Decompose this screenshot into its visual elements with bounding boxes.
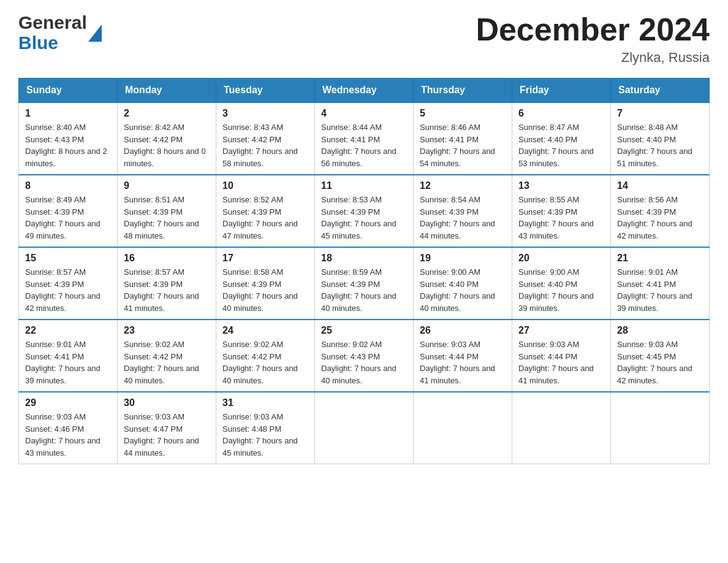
day-info: Sunrise: 8:48 AMSunset: 4:40 PMDaylight:…	[617, 121, 703, 169]
day-number: 28	[617, 325, 703, 336]
day-number: 9	[124, 180, 210, 191]
table-row: 17Sunrise: 8:58 AMSunset: 4:39 PMDayligh…	[216, 247, 315, 320]
day-number: 25	[321, 325, 407, 336]
location: Zlynka, Russia	[476, 50, 710, 66]
table-row: 3Sunrise: 8:43 AMSunset: 4:42 PMDaylight…	[216, 102, 315, 175]
table-row: 11Sunrise: 8:53 AMSunset: 4:39 PMDayligh…	[315, 175, 414, 247]
col-thursday: Thursday	[414, 79, 512, 103]
day-info: Sunrise: 8:44 AMSunset: 4:41 PMDaylight:…	[321, 121, 407, 169]
day-number: 5	[420, 108, 506, 119]
day-info: Sunrise: 9:03 AMSunset: 4:44 PMDaylight:…	[420, 339, 506, 386]
day-info: Sunrise: 8:57 AMSunset: 4:39 PMDaylight:…	[25, 266, 111, 314]
day-info: Sunrise: 9:01 AMSunset: 4:41 PMDaylight:…	[617, 266, 703, 314]
calendar-week-4: 22Sunrise: 9:01 AMSunset: 4:41 PMDayligh…	[19, 320, 710, 392]
page-header: General Blue December 2024 Zlynka, Russi…	[18, 12, 710, 66]
day-number: 2	[124, 108, 210, 119]
table-row: 12Sunrise: 8:54 AMSunset: 4:39 PMDayligh…	[414, 175, 512, 247]
day-number: 18	[321, 253, 407, 264]
col-friday: Friday	[512, 79, 611, 103]
col-saturday: Saturday	[611, 79, 710, 103]
day-number: 22	[25, 325, 111, 336]
table-row	[512, 392, 611, 464]
day-info: Sunrise: 9:01 AMSunset: 4:41 PMDaylight:…	[25, 339, 111, 386]
day-info: Sunrise: 9:03 AMSunset: 4:44 PMDaylight:…	[518, 339, 604, 386]
day-info: Sunrise: 8:58 AMSunset: 4:39 PMDaylight:…	[222, 266, 308, 314]
table-row: 30Sunrise: 9:03 AMSunset: 4:47 PMDayligh…	[118, 392, 216, 464]
day-number: 16	[124, 253, 210, 264]
table-row: 8Sunrise: 8:49 AMSunset: 4:39 PMDaylight…	[19, 175, 118, 247]
col-wednesday: Wednesday	[315, 79, 414, 103]
day-info: Sunrise: 9:03 AMSunset: 4:45 PMDaylight:…	[617, 339, 703, 386]
table-row: 15Sunrise: 8:57 AMSunset: 4:39 PMDayligh…	[19, 247, 118, 320]
col-monday: Monday	[118, 79, 216, 103]
table-row: 10Sunrise: 8:52 AMSunset: 4:39 PMDayligh…	[216, 175, 315, 247]
day-number: 15	[25, 253, 111, 264]
table-row	[414, 392, 512, 464]
day-number: 29	[25, 397, 111, 408]
day-number: 7	[617, 108, 703, 119]
day-info: Sunrise: 8:59 AMSunset: 4:39 PMDaylight:…	[321, 266, 407, 314]
calendar-table: Sunday Monday Tuesday Wednesday Thursday…	[18, 78, 710, 464]
table-row: 21Sunrise: 9:01 AMSunset: 4:41 PMDayligh…	[611, 247, 710, 320]
calendar-week-2: 8Sunrise: 8:49 AMSunset: 4:39 PMDaylight…	[19, 175, 710, 247]
day-number: 21	[617, 253, 703, 264]
day-number: 10	[222, 180, 308, 191]
day-number: 30	[124, 397, 210, 408]
day-info: Sunrise: 8:56 AMSunset: 4:39 PMDaylight:…	[617, 194, 703, 242]
day-info: Sunrise: 8:55 AMSunset: 4:39 PMDaylight:…	[518, 194, 604, 242]
day-number: 20	[518, 253, 604, 264]
day-info: Sunrise: 8:51 AMSunset: 4:39 PMDaylight:…	[124, 194, 210, 242]
logo-triangle-icon	[88, 25, 102, 42]
calendar-header-row: Sunday Monday Tuesday Wednesday Thursday…	[19, 79, 710, 103]
table-row: 31Sunrise: 9:03 AMSunset: 4:48 PMDayligh…	[216, 392, 315, 464]
svg-marker-0	[88, 25, 102, 42]
day-info: Sunrise: 9:00 AMSunset: 4:40 PMDaylight:…	[420, 266, 506, 314]
table-row: 7Sunrise: 8:48 AMSunset: 4:40 PMDaylight…	[611, 102, 710, 175]
table-row: 28Sunrise: 9:03 AMSunset: 4:45 PMDayligh…	[611, 320, 710, 392]
day-number: 8	[25, 180, 111, 191]
day-info: Sunrise: 9:02 AMSunset: 4:42 PMDaylight:…	[124, 339, 210, 386]
table-row: 6Sunrise: 8:47 AMSunset: 4:40 PMDaylight…	[512, 102, 611, 175]
table-row: 4Sunrise: 8:44 AMSunset: 4:41 PMDaylight…	[315, 102, 414, 175]
calendar-week-1: 1Sunrise: 8:40 AMSunset: 4:43 PMDaylight…	[19, 102, 710, 175]
day-info: Sunrise: 8:49 AMSunset: 4:39 PMDaylight:…	[25, 194, 111, 242]
table-row: 22Sunrise: 9:01 AMSunset: 4:41 PMDayligh…	[19, 320, 118, 392]
table-row: 26Sunrise: 9:03 AMSunset: 4:44 PMDayligh…	[414, 320, 512, 392]
day-number: 26	[420, 325, 506, 336]
table-row: 19Sunrise: 9:00 AMSunset: 4:40 PMDayligh…	[414, 247, 512, 320]
table-row: 20Sunrise: 9:00 AMSunset: 4:40 PMDayligh…	[512, 247, 611, 320]
day-info: Sunrise: 8:52 AMSunset: 4:39 PMDaylight:…	[222, 194, 308, 242]
day-info: Sunrise: 8:43 AMSunset: 4:42 PMDaylight:…	[222, 121, 308, 169]
col-sunday: Sunday	[19, 79, 118, 103]
day-info: Sunrise: 8:46 AMSunset: 4:41 PMDaylight:…	[420, 121, 506, 169]
day-number: 13	[518, 180, 604, 191]
logo: General Blue	[18, 12, 102, 53]
table-row: 25Sunrise: 9:02 AMSunset: 4:43 PMDayligh…	[315, 320, 414, 392]
table-row: 1Sunrise: 8:40 AMSunset: 4:43 PMDaylight…	[19, 102, 118, 175]
month-title: December 2024	[476, 12, 710, 47]
day-number: 17	[222, 253, 308, 264]
day-info: Sunrise: 8:40 AMSunset: 4:43 PMDaylight:…	[25, 121, 111, 169]
day-info: Sunrise: 9:02 AMSunset: 4:43 PMDaylight:…	[321, 339, 407, 386]
table-row: 29Sunrise: 9:03 AMSunset: 4:46 PMDayligh…	[19, 392, 118, 464]
table-row: 27Sunrise: 9:03 AMSunset: 4:44 PMDayligh…	[512, 320, 611, 392]
day-number: 14	[617, 180, 703, 191]
day-info: Sunrise: 9:00 AMSunset: 4:40 PMDaylight:…	[518, 266, 604, 314]
day-info: Sunrise: 8:42 AMSunset: 4:42 PMDaylight:…	[124, 121, 210, 169]
table-row: 14Sunrise: 8:56 AMSunset: 4:39 PMDayligh…	[611, 175, 710, 247]
table-row: 18Sunrise: 8:59 AMSunset: 4:39 PMDayligh…	[315, 247, 414, 320]
day-info: Sunrise: 8:54 AMSunset: 4:39 PMDaylight:…	[420, 194, 506, 242]
logo-blue: Blue	[18, 33, 87, 53]
table-row	[611, 392, 710, 464]
calendar-week-5: 29Sunrise: 9:03 AMSunset: 4:46 PMDayligh…	[19, 392, 710, 464]
day-number: 4	[321, 108, 407, 119]
day-info: Sunrise: 9:03 AMSunset: 4:46 PMDaylight:…	[25, 411, 111, 459]
table-row: 16Sunrise: 8:57 AMSunset: 4:39 PMDayligh…	[118, 247, 216, 320]
day-number: 11	[321, 180, 407, 191]
day-number: 6	[518, 108, 604, 119]
table-row: 9Sunrise: 8:51 AMSunset: 4:39 PMDaylight…	[118, 175, 216, 247]
table-row: 2Sunrise: 8:42 AMSunset: 4:42 PMDaylight…	[118, 102, 216, 175]
day-number: 12	[420, 180, 506, 191]
table-row	[315, 392, 414, 464]
day-info: Sunrise: 8:57 AMSunset: 4:39 PMDaylight:…	[124, 266, 210, 314]
